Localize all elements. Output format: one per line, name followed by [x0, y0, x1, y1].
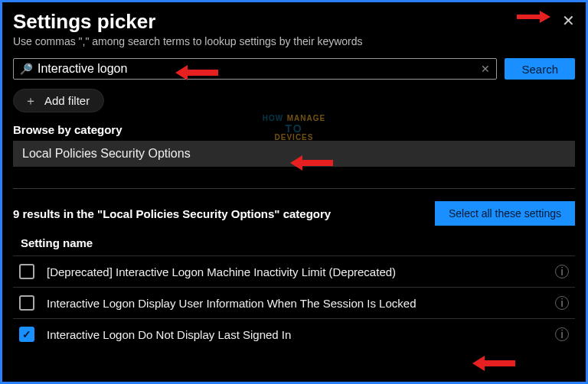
info-icon[interactable]: i	[555, 296, 569, 310]
search-box[interactable]: 🔍 ✕	[13, 58, 497, 80]
search-row: 🔍 ✕ Search	[13, 58, 575, 80]
add-filter-button[interactable]: ＋ Add filter	[13, 89, 104, 112]
divider	[13, 188, 575, 189]
panel-title: Settings picker	[13, 10, 155, 34]
setting-checkbox[interactable]	[19, 264, 34, 279]
plus-icon: ＋	[24, 95, 37, 107]
info-icon[interactable]: i	[555, 327, 569, 341]
search-input[interactable]	[38, 62, 481, 76]
close-icon[interactable]: ✕	[562, 10, 575, 28]
settings-list: [Deprecated] Interactive Logon Machine I…	[13, 255, 575, 350]
header: Settings picker ✕	[13, 10, 575, 34]
browse-by-category-label: Browse by category	[13, 123, 575, 136]
add-filter-label: Add filter	[44, 94, 90, 107]
select-all-button[interactable]: Select all these settings	[435, 201, 575, 226]
category-item[interactable]: Local Policies Security Options	[13, 141, 575, 167]
search-button[interactable]: Search	[505, 58, 575, 80]
setting-name: [Deprecated] Interactive Logon Machine I…	[47, 265, 555, 278]
setting-name: Interactive Logon Do Not Display Last Si…	[47, 328, 555, 341]
search-icon: 🔍	[20, 63, 33, 75]
svg-marker-3	[472, 356, 515, 371]
results-summary: 9 results in the "Local Policies Securit…	[13, 207, 331, 220]
results-header: 9 results in the "Local Policies Securit…	[13, 201, 575, 226]
column-header-setting-name: Setting name	[13, 233, 575, 255]
setting-row[interactable]: ✓Interactive Logon Do Not Display Last S…	[13, 318, 575, 350]
setting-checkbox[interactable]	[19, 295, 34, 311]
annotation-arrow	[472, 355, 515, 372]
setting-checkbox[interactable]: ✓	[19, 327, 34, 342]
settings-picker-panel: Settings picker ✕ Use commas "," among s…	[2, 2, 586, 382]
setting-name: Interactive Logon Display User Informati…	[47, 297, 555, 310]
clear-search-icon[interactable]: ✕	[481, 63, 490, 75]
info-icon[interactable]: i	[555, 265, 569, 278]
setting-row[interactable]: [Deprecated] Interactive Logon Machine I…	[13, 255, 575, 287]
setting-row[interactable]: Interactive Logon Display User Informati…	[13, 287, 575, 318]
panel-subtitle: Use commas "," among search terms to loo…	[13, 35, 575, 47]
